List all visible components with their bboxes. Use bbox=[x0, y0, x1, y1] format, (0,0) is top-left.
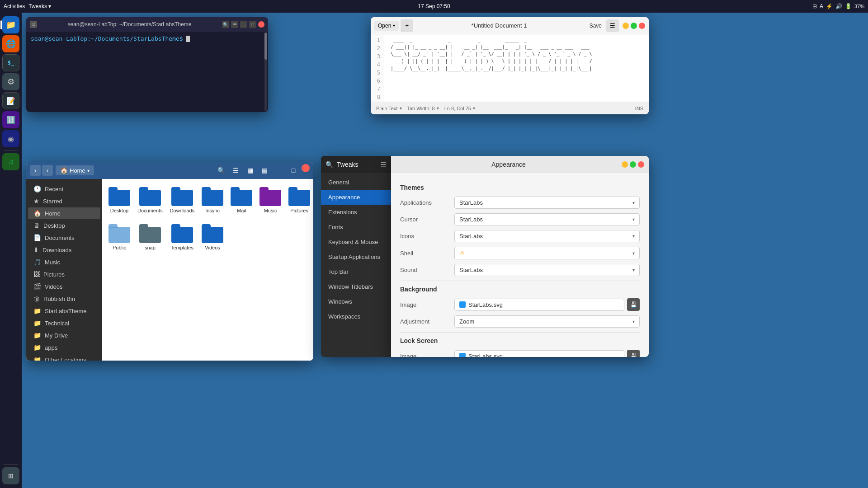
terminal-body[interactable]: sean@sean-LabTop:~/Documents/StarLabsThe… bbox=[26, 32, 268, 46]
editor-content-area[interactable]: ____ _ _ _ _____ _ / ___|| |_ __ _ _ __|… bbox=[384, 34, 649, 102]
sidebar-item-rubbish-bin[interactable]: 🗑 Rubbish Bin bbox=[28, 293, 100, 305]
tweaks-hamburger-icon[interactable]: ☰ bbox=[380, 160, 387, 169]
tweaks-nav-appearance[interactable]: Appearance bbox=[321, 190, 391, 205]
chromium-dock-icon[interactable]: 🌐 bbox=[2, 35, 19, 52]
terminal-maximize-button[interactable]: □ bbox=[249, 21, 256, 28]
editor-open-button[interactable]: Open ▾ bbox=[374, 21, 399, 31]
terminal-search-icon[interactable]: 🔍 bbox=[222, 21, 229, 28]
folder-insync[interactable]: Insync bbox=[200, 183, 225, 217]
spotify-dock-icon[interactable]: ♫ bbox=[2, 153, 19, 170]
sidebar-item-technical[interactable]: 📁 Technical bbox=[28, 317, 100, 329]
tweaks-nav-titlebars[interactable]: Window Titlebars bbox=[321, 279, 391, 294]
tweaks-nav-workspaces[interactable]: Workspaces bbox=[321, 309, 391, 324]
terminal-menu-icon[interactable]: ☰ bbox=[231, 21, 238, 28]
sidebar-item-apps[interactable]: 📁 apps bbox=[28, 342, 100, 353]
folder-downloads[interactable]: Downloads bbox=[168, 183, 196, 217]
sidebar-item-recent[interactable]: 🕐 Recent bbox=[28, 183, 100, 195]
folder-mail[interactable]: Mail bbox=[229, 183, 254, 217]
folder-snap[interactable]: snap bbox=[136, 221, 165, 254]
folder-videos[interactable]: Videos bbox=[200, 221, 225, 254]
sidebar-item-other-locations[interactable]: 📁 Other Locations bbox=[28, 354, 100, 361]
appearance-maximize-button[interactable] bbox=[630, 161, 636, 168]
sidebar-item-starlabstheme[interactable]: 📁 StarLabsTheme bbox=[28, 305, 100, 317]
folder-public[interactable]: Public bbox=[107, 221, 132, 254]
bluetooth-icon[interactable]: ⚡ bbox=[826, 3, 833, 9]
lockscreen-file-button[interactable]: StarLabs.svg bbox=[454, 350, 624, 357]
sidebar-item-downloads[interactable]: ⬇ Downloads bbox=[28, 244, 100, 256]
terminal-menu-button[interactable]: ☰ bbox=[30, 21, 37, 28]
tweaks-nav-extensions[interactable]: Extensions bbox=[321, 205, 391, 220]
editor-close-button[interactable] bbox=[639, 23, 645, 29]
sidebar-item-home[interactable]: 🏠 Home bbox=[28, 207, 100, 219]
notes-dock-icon[interactable]: 📝 bbox=[2, 92, 19, 109]
filemanager-view-button[interactable]: ☰ bbox=[229, 164, 242, 177]
background-file-save-button[interactable]: 💾 bbox=[627, 298, 640, 311]
folder-music[interactable]: Music bbox=[258, 183, 283, 217]
tweaks-title: Tweaks bbox=[337, 161, 377, 168]
editor-new-button[interactable]: + bbox=[401, 19, 413, 32]
tweaks-menu-button[interactable]: Tweaks ▾ bbox=[28, 3, 51, 9]
editor-save-button[interactable]: Save bbox=[585, 21, 606, 31]
tweaks-nav-fonts[interactable]: Fonts bbox=[321, 220, 391, 235]
editor-tabwidth-selector[interactable]: Tab Width: 8 ▾ bbox=[407, 106, 439, 111]
folder-templates[interactable]: Templates bbox=[168, 221, 196, 254]
sidebar-item-music[interactable]: 🎵 Music bbox=[28, 256, 100, 268]
sidebar-apps-label: apps bbox=[45, 344, 57, 351]
sidebar-item-videos[interactable]: 🎬 Videos bbox=[28, 281, 100, 292]
editor-position-label: Ln 8, Col 75 bbox=[444, 106, 471, 111]
tweaks-nav-topbar[interactable]: Top Bar bbox=[321, 264, 391, 279]
terminal-dock-icon[interactable]: $_ bbox=[2, 54, 19, 71]
tweaks-nav-startup[interactable]: Startup Applications bbox=[321, 249, 391, 264]
tweaks-search-icon[interactable]: 🔍 bbox=[326, 161, 333, 168]
tweaks-nav-keyboard-mouse[interactable]: Keyboard & Mouse bbox=[321, 235, 391, 249]
background-adjustment-select[interactable]: Zoom ▾ bbox=[454, 315, 640, 328]
files-dock-icon[interactable]: 📁 bbox=[2, 16, 19, 33]
icons-select[interactable]: StarLabs ▾ bbox=[454, 230, 640, 242]
lockscreen-file-save-button[interactable]: 💾 bbox=[627, 350, 640, 357]
editor-minimize-button[interactable] bbox=[623, 23, 629, 29]
filemanager-location-bar[interactable]: 🏠 Home ▾ bbox=[56, 165, 94, 175]
filemanager-close-button[interactable]: ✕ bbox=[302, 164, 310, 172]
editor-body[interactable]: 12345678 ____ _ _ _ _____ _ / ___|| |_ _… bbox=[371, 34, 649, 102]
tweaks-nav-general[interactable]: General bbox=[321, 175, 391, 190]
activities-button[interactable]: Activities bbox=[4, 3, 25, 9]
editor-menu-button[interactable]: ☰ bbox=[606, 19, 619, 32]
volume-icon[interactable]: 🔊 bbox=[835, 3, 842, 9]
editor-format-selector[interactable]: Plain Text ▾ bbox=[376, 106, 402, 111]
appearance-minimize-button[interactable] bbox=[622, 161, 628, 168]
sidebar-item-pictures[interactable]: 🖼 Pictures bbox=[28, 268, 100, 280]
battery-icon[interactable]: 🔋 bbox=[845, 3, 852, 9]
calculator-dock-icon[interactable]: 🔢 bbox=[2, 111, 19, 128]
sidebar-item-my-drive[interactable]: 📁 My Drive bbox=[28, 329, 100, 341]
sidebar-item-documents[interactable]: 📄 Documents bbox=[28, 232, 100, 244]
terminal-minimize-button[interactable]: — bbox=[240, 21, 247, 28]
sound-select[interactable]: StarLabs ▾ bbox=[454, 264, 640, 276]
background-file-button[interactable]: StarLabs.svg bbox=[454, 299, 624, 311]
sidebar-item-starred[interactable]: ★ Starred bbox=[28, 195, 100, 207]
appearance-close-button[interactable] bbox=[638, 161, 644, 168]
shell-select[interactable]: ⚠ ▾ bbox=[454, 247, 640, 259]
terminal-scrollbar[interactable] bbox=[264, 33, 267, 111]
sidebar-item-desktop[interactable]: 🖥 Desktop bbox=[28, 220, 100, 231]
terminal-close-button[interactable]: ✕ bbox=[258, 21, 264, 28]
cursor-select-arrow: ▾ bbox=[632, 217, 635, 222]
filemanager-minimize-button[interactable]: — bbox=[273, 164, 285, 177]
filemanager-view-toggle-button[interactable]: ▦ bbox=[244, 164, 256, 177]
folder-pictures[interactable]: Pictures bbox=[287, 183, 312, 217]
keyboard-icon[interactable]: A bbox=[820, 3, 823, 9]
cursor-select[interactable]: StarLabs ▾ bbox=[454, 213, 640, 225]
editor-maximize-button[interactable] bbox=[631, 23, 637, 29]
app-grid-dock-icon[interactable]: ⊞ bbox=[2, 467, 19, 484]
camera-dock-icon[interactable]: ◉ bbox=[2, 130, 19, 147]
network-icon[interactable]: ⊟ bbox=[812, 3, 817, 9]
folder-documents[interactable]: Documents bbox=[136, 183, 165, 217]
tweaks-nav-windows[interactable]: Windows bbox=[321, 294, 391, 309]
filemanager-search-button[interactable]: 🔍 bbox=[215, 164, 227, 177]
settings-dock-icon[interactable]: ⚙ bbox=[2, 73, 19, 90]
filemanager-back-button[interactable]: ‹ bbox=[42, 165, 53, 176]
applications-select[interactable]: StarLabs ▾ bbox=[454, 197, 640, 209]
filemanager-forward-button[interactable]: › bbox=[30, 165, 41, 176]
filemanager-maximize-button[interactable]: □ bbox=[287, 164, 300, 177]
filemanager-sort-button[interactable]: ▤ bbox=[258, 164, 271, 177]
folder-desktop[interactable]: Desktop bbox=[107, 183, 132, 217]
